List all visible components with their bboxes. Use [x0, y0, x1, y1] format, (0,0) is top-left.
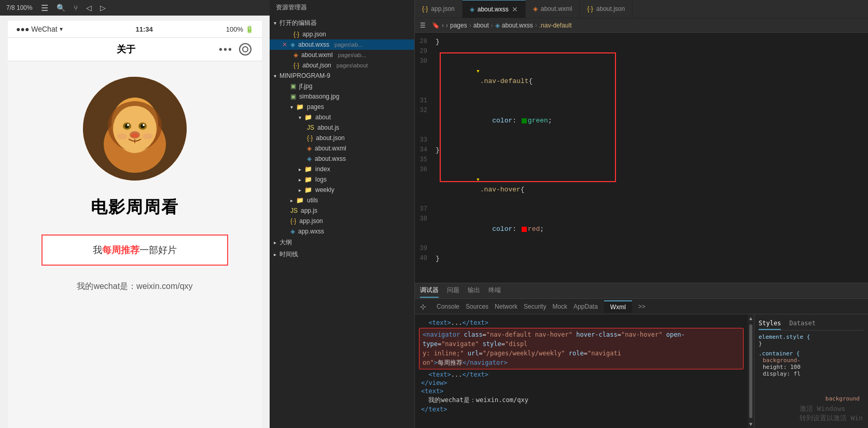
code-content[interactable]: 28 } 29 30 ▾ .nav-default{ 31: [415, 33, 868, 283]
chevron-right-icon: ▸: [290, 198, 293, 203]
tab-terminal[interactable]: 终端: [488, 284, 501, 298]
folder-weekly[interactable]: ▸ 📁 weekly: [270, 185, 414, 195]
file-about-wxss[interactable]: ◈ about.wxss: [270, 154, 414, 164]
recommend-prefix: 我: [93, 245, 102, 255]
file-app-js[interactable]: JS app.js: [270, 205, 414, 216]
nav-prev-icon[interactable]: ‹: [442, 22, 444, 29]
record-button[interactable]: [239, 43, 251, 56]
folder-utils[interactable]: ▸ 📁 utils: [270, 195, 414, 205]
folder-label: pages: [307, 103, 324, 111]
devtools-cursor-icon[interactable]: ⊹: [420, 302, 426, 311]
file-item-simbasong-jpg[interactable]: ▣ simbasong.jpg: [270, 91, 414, 102]
phone-frame: ●●● WeChat▾ 11:34 100% 🔋 关于 •••: [8, 21, 262, 428]
phone-status-bar: ●●● WeChat▾ 11:34 100% 🔋: [8, 21, 262, 38]
folder-about[interactable]: ▾ 📁 about: [270, 112, 414, 122]
search-icon[interactable]: 🔍: [57, 4, 65, 12]
nav-back-icon[interactable]: ◁: [86, 4, 92, 12]
breadcrumb-sep: ›: [491, 22, 493, 29]
file-item-jf-jpg[interactable]: ▣ jf.jpg: [270, 81, 414, 91]
devtools-tabs: ⊹ Console Sources Network Security Mock …: [415, 299, 868, 314]
red-swatch: [522, 227, 527, 232]
phone-preview-panel: 7/8 100% ☰ 🔍 ⑂ ◁ ▷ ●●● WeChat▾ 11:34 100…: [0, 0, 270, 428]
nav-forward-icon[interactable]: ▷: [100, 4, 106, 12]
tab-debugger[interactable]: 调试器: [420, 284, 439, 298]
code-line-36: 36 ▾ .nav-hover{: [415, 165, 868, 204]
wechat-info: 我的wechat是：weixin.com/qxy: [77, 281, 192, 292]
close-icon[interactable]: ✕: [282, 41, 287, 48]
chevron-right-icon: ▸: [299, 167, 301, 172]
tab-output[interactable]: 输出: [468, 284, 480, 298]
miniprogram-section[interactable]: ▾ MINIPROGRAM-9: [270, 71, 414, 81]
json-icon: {·}: [293, 31, 299, 38]
scroll-thumb[interactable]: [749, 324, 752, 418]
tab-console[interactable]: Console: [437, 301, 459, 312]
scrollbar[interactable]: ▲ ▼: [748, 314, 754, 428]
tab-security[interactable]: Security: [524, 301, 546, 312]
file-item-about-json-open[interactable]: {·} about.json pages\about: [270, 60, 414, 71]
file-app-wxss[interactable]: ◈ app.wxss: [270, 226, 414, 237]
styles-tab-dataset[interactable]: Dataset: [789, 319, 816, 330]
html-line: <text>...</text>: [419, 319, 744, 327]
tab-issues[interactable]: 问题: [447, 284, 459, 298]
folder-logs[interactable]: ▸ 📁 logs: [270, 174, 414, 185]
tab-about-wxss[interactable]: ◈ about.wxss ✕: [463, 0, 526, 18]
code-line-35: 35: [415, 155, 868, 165]
styles-tab-styles[interactable]: Styles: [759, 319, 781, 330]
folder-pages[interactable]: ▾ 📁 pages: [270, 102, 414, 112]
breadcrumb-bookmark-icon: 🔖: [432, 22, 440, 29]
file-item-app-json-open[interactable]: {·} app.json: [270, 29, 414, 39]
file-app-json[interactable]: {·} app.json: [270, 216, 414, 226]
file-path: pages\about: [337, 62, 368, 68]
line-content: [436, 96, 868, 106]
file-label: about.js: [317, 124, 339, 131]
chevron-right-icon: ▸: [299, 177, 301, 183]
recommend-link[interactable]: 每周推荐: [102, 245, 139, 255]
tab-wxml[interactable]: Wxml: [604, 300, 632, 313]
tab-about-json[interactable]: {·} about.json: [580, 0, 633, 18]
file-item-about-wxml-open[interactable]: ◈ about.wxml pages\ab...: [270, 50, 414, 60]
html-tree[interactable]: <text>...</text> <navigator class="nav-d…: [415, 314, 748, 428]
svg-point-5: [113, 106, 157, 151]
svg-point-13: [131, 133, 138, 137]
scroll-down-icon[interactable]: ▼: [747, 420, 754, 428]
more-icon[interactable]: •••: [219, 44, 233, 56]
phone-nav-actions: •••: [219, 43, 251, 56]
nav-next-icon[interactable]: ›: [446, 22, 448, 29]
open-editors-section[interactable]: ▾ 打开的编辑器: [270, 17, 414, 29]
line-number: 33: [415, 135, 436, 145]
chevron-down-icon: ▾: [274, 73, 276, 79]
breadcrumb-sep: ›: [469, 22, 471, 29]
scroll-up-icon[interactable]: ▲: [747, 314, 754, 322]
tab-app-json[interactable]: {·} app.json: [415, 0, 463, 18]
file-about-json[interactable]: {·} about.json: [270, 133, 414, 143]
menu-icon[interactable]: ☰: [41, 3, 48, 13]
folder-label: index: [315, 165, 330, 173]
tab-more[interactable]: >>: [638, 301, 646, 312]
navigator-highlight-line: <navigator class="nav-default nav-hover"…: [419, 328, 744, 369]
outline-section[interactable]: ▸ 大纲: [270, 237, 414, 248]
html-line: <text>: [419, 387, 744, 395]
app-system-bar: 7/8 100% ☰ 🔍 ⑂ ◁ ▷: [0, 0, 270, 16]
watermark-line2: 转到设置以激活 Win: [800, 413, 863, 423]
tab-appdata[interactable]: AppData: [573, 301, 598, 312]
branch-icon[interactable]: ⑂: [74, 4, 78, 12]
file-about-js[interactable]: JS about.js: [270, 122, 414, 133]
html-line: <text>...</text>: [419, 370, 744, 379]
folder-index[interactable]: ▸ 📁 index: [270, 164, 414, 174]
chevron-down-icon: ▾: [299, 115, 301, 120]
tab-close-icon[interactable]: ✕: [512, 5, 518, 13]
code-line-38: 38 color: red;: [415, 214, 868, 244]
tab-mock[interactable]: Mock: [552, 301, 567, 312]
wxss-icon: ◈: [290, 228, 295, 235]
file-about-wxml[interactable]: ◈ about.wxml: [270, 143, 414, 154]
style-line: display: fl: [759, 370, 864, 377]
collapse-icon[interactable]: ▾: [476, 67, 480, 75]
bottom-right-label: background: [825, 395, 860, 402]
file-item-about-wxss-open[interactable]: ✕ ◈ about.wxss pages\ab...: [270, 39, 414, 50]
style-line: }: [759, 340, 864, 347]
tab-sources[interactable]: Sources: [466, 301, 488, 312]
editor-area: 28 } 29 30 ▾ .nav-default{ 31: [415, 33, 868, 428]
tab-network[interactable]: Network: [495, 301, 517, 312]
timeline-section[interactable]: ▸ 时间线: [270, 248, 414, 260]
tab-about-wxml[interactable]: ◈ about.wxml: [526, 0, 580, 18]
